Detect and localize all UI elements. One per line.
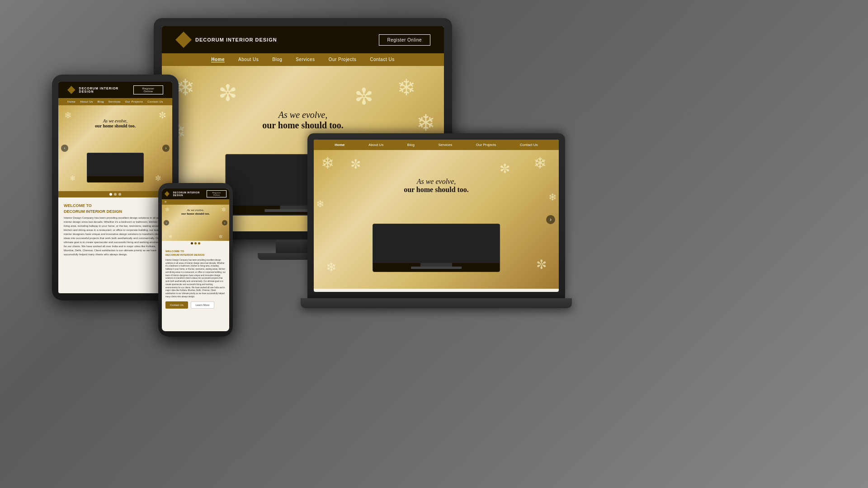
laptop-website: Home About Us Blog Services Our Projects…: [314, 140, 559, 292]
tablet-content: WELCOME TO DECORUM INTERIOR DESIGN Inter…: [58, 197, 172, 262]
tablet-nav-about[interactable]: About Us: [80, 100, 93, 103]
phone-menu-icon[interactable]: ☰: [165, 201, 166, 203]
phone-welcome-line2: DECORUM INTERIOR DESIGN: [165, 253, 226, 257]
desktop-header: DECORUM INTERIOR DESIGN Register Online: [162, 26, 444, 53]
snowflake-icon: ❄: [176, 75, 195, 101]
tablet-logo-icon: [67, 86, 75, 94]
desktop-logo-area: DECORUM INTERIOR DESIGN: [175, 32, 277, 48]
tablet-nav: Home About Us Blog Services Our Projects…: [58, 98, 172, 105]
laptop-nav-blog[interactable]: Blog: [407, 143, 415, 147]
laptop-nav-contact[interactable]: Contact Us: [520, 143, 538, 147]
snowflake-icon: ❄: [397, 75, 416, 101]
desktop-hero-text: As we evolve, our home should too.: [262, 110, 344, 131]
snowflake-icon: ✼: [219, 234, 222, 239]
tablet-nav-home[interactable]: Home: [67, 100, 75, 103]
desktop-nav-blog[interactable]: Blog: [272, 57, 282, 62]
tablet-header: DECORUM INTERIOR DESIGN Register Online: [58, 82, 172, 98]
laptop-tv-screen: [373, 224, 500, 263]
tablet-welcome-text: Interior Design Company has been providi…: [64, 216, 167, 257]
desktop-nav-contact[interactable]: Contact Us: [370, 57, 394, 62]
desktop-nav-home[interactable]: Home: [211, 57, 225, 62]
laptop-nav-services[interactable]: Services: [439, 143, 453, 147]
phone-contact-button[interactable]: Contact Us: [165, 301, 188, 309]
laptop-hero-text: As we evolve, our home should too.: [404, 178, 469, 194]
scene: DECORUM INTERIOR DESIGN Register Online …: [0, 0, 868, 488]
snowflake-icon: ❄: [533, 154, 547, 172]
laptop-nav-about[interactable]: About Us: [368, 143, 383, 147]
tablet-welcome-title: WELCOME TO DECORUM INTERIOR DESIGN: [64, 203, 167, 214]
snowflake-icon: ❄: [326, 260, 336, 275]
phone-carousel-dots: [162, 241, 229, 246]
tablet-prev-arrow[interactable]: ‹: [61, 145, 68, 152]
snowflake-icon: ✼: [500, 161, 510, 176]
phone-dot-1[interactable]: [191, 242, 193, 244]
phone-next-arrow[interactable]: ›: [222, 220, 227, 225]
desktop-hero-line1: As we evolve,: [262, 110, 344, 120]
tablet-nav-contact[interactable]: Contact Us: [147, 100, 163, 103]
snowflake-icon: ❄: [64, 110, 72, 121]
phone-housing: DECORUM INTERIOR DESIGN Register Online …: [158, 183, 233, 337]
laptop-tv-stand: [420, 263, 452, 267]
snowflake-icon: ✼: [354, 84, 373, 110]
tablet-logo-area: DECORUM INTERIOR DESIGN: [67, 86, 133, 94]
laptop-next-arrow[interactable]: ›: [546, 215, 555, 224]
snowflake-icon: ❄: [169, 234, 172, 239]
tablet-carousel-dots: [58, 191, 172, 197]
phone-cta-buttons: Contact Us Learn More: [165, 301, 226, 309]
phone-logo-icon: [165, 191, 170, 197]
phone-dot-3[interactable]: [198, 242, 200, 244]
phone-dot-2[interactable]: [194, 242, 197, 244]
tablet-nav-projects[interactable]: Our Projects: [125, 100, 143, 103]
snowflake-icon: ✼: [222, 206, 226, 213]
tablet-dot-2[interactable]: [114, 193, 117, 196]
snowflake-icon: ❄: [321, 154, 334, 172]
phone-learn-button[interactable]: Learn More: [191, 301, 215, 309]
laptop-hero-line2: our home should too.: [404, 186, 469, 194]
snowflake-icon: ❄: [548, 192, 557, 203]
tablet-nav-services[interactable]: Services: [108, 100, 121, 103]
tablet-tv-screen: [87, 153, 143, 177]
phone-prev-arrow[interactable]: ‹: [164, 220, 169, 225]
phone-welcome-title: WELCOME TO DECORUM INTERIOR DESIGN: [165, 249, 226, 257]
laptop-nav-home[interactable]: Home: [335, 143, 344, 147]
snowflake-icon: ✼: [218, 80, 237, 106]
laptop-nav: Home About Us Blog Services Our Projects…: [314, 140, 559, 150]
tablet-register-button[interactable]: Register Online: [133, 85, 163, 94]
desktop-register-button[interactable]: Register Online: [379, 34, 430, 46]
snowflake-icon: ❄: [316, 198, 324, 210]
laptop-nav-projects[interactable]: Our Projects: [476, 143, 496, 147]
laptop-screen: Home About Us Blog Services Our Projects…: [314, 140, 559, 292]
laptop-device: Home About Us Blog Services Our Projects…: [307, 133, 565, 308]
desktop-nav-about[interactable]: About Us: [238, 57, 259, 62]
tablet-welcome-line1: WELCOME TO: [64, 203, 167, 209]
desktop-logo-icon: [175, 32, 192, 48]
phone-content: WELCOME TO DECORUM INTERIOR DESIGN Inter…: [162, 246, 229, 312]
laptop-housing: Home About Us Blog Services Our Projects…: [307, 133, 565, 298]
snowflake-icon: ❄: [70, 174, 75, 183]
snowflake-icon: ✼: [536, 257, 547, 272]
phone-hero-text: As we evolve, our home should too.: [181, 208, 210, 216]
phone-nav-bar: ☰: [162, 199, 229, 205]
desktop-nav-services[interactable]: Services: [296, 57, 315, 62]
tablet-screen: DECORUM INTERIOR DESIGN Register Online …: [58, 82, 172, 293]
snowflake-icon: ✼: [159, 110, 166, 121]
desktop-nav: Home About Us Blog Services Our Projects…: [162, 53, 444, 66]
phone-website: DECORUM INTERIOR DESIGN Register Online …: [162, 188, 229, 331]
phone-screen: DECORUM INTERIOR DESIGN Register Online …: [162, 188, 229, 331]
desktop-nav-projects[interactable]: Our Projects: [329, 57, 357, 62]
tablet-dot-3[interactable]: [118, 193, 121, 196]
tablet-next-arrow[interactable]: ›: [162, 145, 170, 152]
phone-register-button[interactable]: Register Online: [207, 190, 226, 197]
phone-site-name: DECORUM INTERIOR DESIGN: [173, 191, 207, 197]
tablet-website: DECORUM INTERIOR DESIGN Register Online …: [58, 82, 172, 293]
laptop-hero-tv: [373, 224, 500, 272]
snowflake-icon: ✼: [350, 157, 361, 172]
phone-device: DECORUM INTERIOR DESIGN Register Online …: [158, 183, 233, 337]
tablet-nav-blog[interactable]: Blog: [98, 100, 104, 103]
tablet-hero-tv: [87, 153, 144, 183]
tablet-hero-line1: As we evolve,: [95, 118, 136, 123]
tablet-dot-1[interactable]: [109, 193, 112, 196]
laptop-hero-line1: As we evolve,: [404, 178, 469, 186]
phone-hero-line2: our home should too.: [181, 212, 210, 216]
tablet-welcome-line2: DECORUM INTERIOR DESIGN: [64, 209, 167, 215]
